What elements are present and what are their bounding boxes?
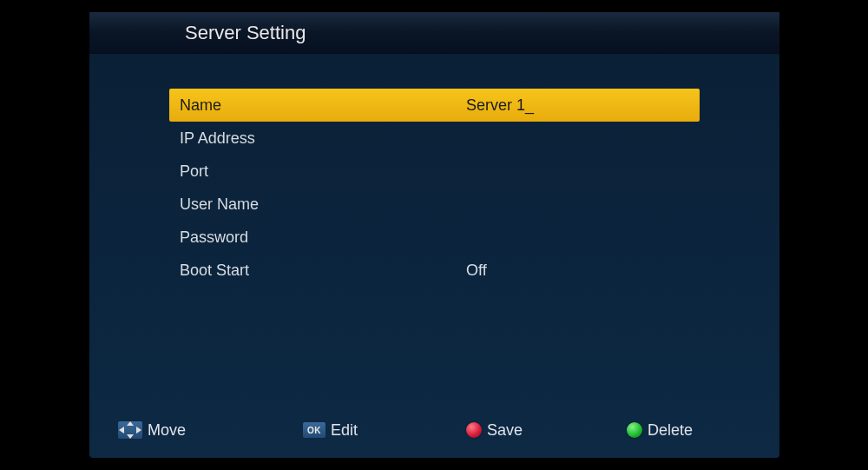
row-port-label: Port (180, 162, 466, 181)
row-ip-label: IP Address (180, 129, 466, 148)
hint-delete-label: Delete (648, 421, 693, 440)
row-name-label: Name (180, 96, 466, 115)
row-name-value: Server 1_ (466, 96, 534, 115)
row-boot-label: Boot Start (180, 261, 466, 280)
row-boot-start[interactable]: Boot Start Off (169, 254, 700, 287)
hint-edit: OK Edit (303, 421, 358, 440)
hint-edit-label: Edit (331, 421, 358, 440)
row-user-label: User Name (180, 195, 466, 214)
titlebar: Server Setting (89, 12, 779, 54)
green-button-icon (627, 422, 642, 438)
row-name[interactable]: Name Server 1_ (169, 89, 700, 122)
settings-list: Name Server 1_ IP Address Port User Name… (89, 54, 779, 287)
ok-button-icon: OK (303, 422, 326, 438)
hint-delete: Delete (627, 421, 693, 440)
row-user-name[interactable]: User Name (169, 188, 700, 221)
red-button-icon (466, 422, 482, 438)
row-boot-value: Off (466, 261, 487, 280)
footer-hints: Move OK Edit Save Delete (111, 413, 758, 447)
row-password[interactable]: Password (169, 221, 700, 254)
server-setting-window: Server Setting Name Server 1_ IP Address… (89, 12, 779, 458)
page-title: Server Setting (185, 22, 306, 44)
row-port[interactable]: Port (169, 155, 700, 188)
hint-move: Move (118, 421, 186, 440)
hint-save: Save (466, 421, 523, 440)
row-ip-address[interactable]: IP Address (169, 122, 700, 155)
dpad-icon (118, 421, 142, 439)
row-password-label: Password (180, 228, 466, 247)
hint-save-label: Save (487, 421, 523, 440)
hint-move-label: Move (148, 421, 186, 440)
